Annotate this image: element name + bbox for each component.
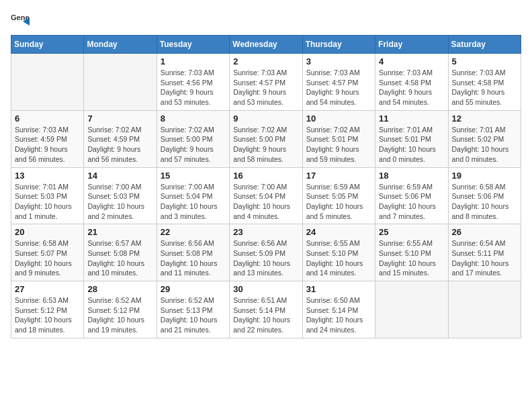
day-info: Sunrise: 6:58 AM Sunset: 5:06 PM Dayligh… — [452, 182, 517, 222]
day-info: Sunrise: 6:52 AM Sunset: 5:13 PM Dayligh… — [161, 295, 226, 335]
calendar-cell: 18Sunrise: 6:59 AM Sunset: 5:06 PM Dayli… — [375, 167, 448, 224]
calendar-cell: 17Sunrise: 6:59 AM Sunset: 5:05 PM Dayli… — [302, 167, 375, 224]
day-info: Sunrise: 7:02 AM Sunset: 5:01 PM Dayligh… — [306, 125, 371, 165]
calendar-cell: 12Sunrise: 7:01 AM Sunset: 5:02 PM Dayli… — [448, 110, 521, 167]
calendar-cell: 26Sunrise: 6:54 AM Sunset: 5:11 PM Dayli… — [448, 224, 521, 281]
day-number: 13 — [15, 171, 80, 181]
day-info: Sunrise: 6:54 AM Sunset: 5:11 PM Dayligh… — [452, 238, 517, 278]
day-number: 1 — [161, 56, 226, 66]
day-number: 18 — [379, 171, 444, 181]
day-info: Sunrise: 7:03 AM Sunset: 4:58 PM Dayligh… — [379, 68, 444, 107]
day-number: 16 — [233, 171, 298, 181]
day-number: 14 — [87, 171, 152, 181]
day-number: 5 — [452, 56, 517, 66]
day-info: Sunrise: 7:02 AM Sunset: 4:59 PM Dayligh… — [87, 125, 152, 165]
day-info: Sunrise: 6:50 AM Sunset: 5:14 PM Dayligh… — [306, 295, 371, 335]
calendar-cell: 25Sunrise: 6:55 AM Sunset: 5:10 PM Dayli… — [375, 224, 448, 281]
day-info: Sunrise: 7:00 AM Sunset: 5:04 PM Dayligh… — [233, 182, 298, 222]
weekday-header-wednesday: Wednesday — [230, 36, 302, 54]
calendar-week-5: 27Sunrise: 6:53 AM Sunset: 5:12 PM Dayli… — [11, 281, 521, 338]
weekday-header-sunday: Sunday — [11, 36, 84, 54]
calendar-cell: 4Sunrise: 7:03 AM Sunset: 4:58 PM Daylig… — [375, 54, 448, 111]
day-info: Sunrise: 7:03 AM Sunset: 4:57 PM Dayligh… — [233, 68, 298, 107]
day-info: Sunrise: 6:57 AM Sunset: 5:08 PM Dayligh… — [87, 238, 152, 278]
calendar-cell: 19Sunrise: 6:58 AM Sunset: 5:06 PM Dayli… — [448, 167, 521, 224]
day-info: Sunrise: 7:02 AM Sunset: 5:00 PM Dayligh… — [233, 125, 298, 165]
calendar-cell: 22Sunrise: 6:56 AM Sunset: 5:08 PM Dayli… — [157, 224, 229, 281]
day-number: 20 — [15, 227, 80, 237]
calendar-cell: 16Sunrise: 7:00 AM Sunset: 5:04 PM Dayli… — [230, 167, 302, 224]
day-info: Sunrise: 6:58 AM Sunset: 5:07 PM Dayligh… — [15, 238, 80, 278]
day-number: 21 — [87, 227, 152, 237]
day-number: 22 — [161, 227, 226, 237]
day-info: Sunrise: 6:55 AM Sunset: 5:10 PM Dayligh… — [379, 238, 444, 278]
day-number: 29 — [161, 284, 226, 294]
day-info: Sunrise: 7:03 AM Sunset: 4:58 PM Dayligh… — [452, 68, 517, 107]
calendar-cell: 20Sunrise: 6:58 AM Sunset: 5:07 PM Dayli… — [11, 224, 84, 281]
calendar-cell — [448, 281, 521, 338]
calendar-cell: 7Sunrise: 7:02 AM Sunset: 4:59 PM Daylig… — [84, 110, 157, 167]
day-number: 31 — [306, 284, 371, 294]
day-number: 17 — [306, 171, 371, 181]
calendar-week-2: 6Sunrise: 7:03 AM Sunset: 4:59 PM Daylig… — [11, 110, 521, 167]
calendar-cell: 6Sunrise: 7:03 AM Sunset: 4:59 PM Daylig… — [11, 110, 84, 167]
calendar-week-3: 13Sunrise: 7:01 AM Sunset: 5:03 PM Dayli… — [11, 167, 521, 224]
calendar-cell: 28Sunrise: 6:52 AM Sunset: 5:12 PM Dayli… — [84, 281, 157, 338]
day-info: Sunrise: 7:03 AM Sunset: 4:59 PM Dayligh… — [15, 125, 80, 165]
day-info: Sunrise: 6:51 AM Sunset: 5:14 PM Dayligh… — [233, 295, 298, 335]
weekday-header-tuesday: Tuesday — [157, 36, 229, 54]
day-number: 30 — [233, 284, 298, 294]
weekday-header-friday: Friday — [375, 36, 448, 54]
day-number: 27 — [15, 284, 80, 294]
day-number: 12 — [452, 113, 517, 124]
day-number: 11 — [379, 113, 444, 124]
logo: General — [11, 11, 32, 30]
day-info: Sunrise: 7:01 AM Sunset: 5:01 PM Dayligh… — [379, 125, 444, 165]
calendar-cell: 3Sunrise: 7:03 AM Sunset: 4:57 PM Daylig… — [302, 54, 375, 111]
calendar-cell: 11Sunrise: 7:01 AM Sunset: 5:01 PM Dayli… — [375, 110, 448, 167]
calendar-cell: 1Sunrise: 7:03 AM Sunset: 4:56 PM Daylig… — [157, 54, 229, 111]
day-number: 26 — [452, 227, 517, 237]
calendar-cell: 23Sunrise: 6:56 AM Sunset: 5:09 PM Dayli… — [230, 224, 302, 281]
weekday-header-saturday: Saturday — [448, 36, 521, 54]
day-number: 28 — [87, 284, 152, 294]
day-info: Sunrise: 6:59 AM Sunset: 5:06 PM Dayligh… — [379, 182, 444, 222]
calendar-cell — [375, 281, 448, 338]
day-number: 7 — [87, 113, 152, 124]
day-number: 8 — [161, 113, 226, 124]
day-info: Sunrise: 6:56 AM Sunset: 5:09 PM Dayligh… — [233, 238, 298, 278]
logo-icon: General — [11, 11, 30, 30]
day-info: Sunrise: 7:03 AM Sunset: 4:57 PM Dayligh… — [306, 68, 371, 107]
calendar-cell: 29Sunrise: 6:52 AM Sunset: 5:13 PM Dayli… — [157, 281, 229, 338]
day-number: 10 — [306, 113, 371, 124]
day-info: Sunrise: 7:01 AM Sunset: 5:03 PM Dayligh… — [15, 182, 80, 222]
day-number: 15 — [161, 171, 226, 181]
calendar-table: SundayMondayTuesdayWednesdayThursdayFrid… — [11, 35, 521, 338]
calendar-cell — [11, 54, 84, 111]
day-info: Sunrise: 7:00 AM Sunset: 5:03 PM Dayligh… — [87, 182, 152, 222]
calendar-body: 1Sunrise: 7:03 AM Sunset: 4:56 PM Daylig… — [11, 54, 521, 338]
weekday-header-thursday: Thursday — [302, 36, 375, 54]
calendar-cell: 13Sunrise: 7:01 AM Sunset: 5:03 PM Dayli… — [11, 167, 84, 224]
calendar-cell: 27Sunrise: 6:53 AM Sunset: 5:12 PM Dayli… — [11, 281, 84, 338]
day-number: 3 — [306, 56, 371, 66]
weekday-header-monday: Monday — [84, 36, 157, 54]
calendar-cell: 31Sunrise: 6:50 AM Sunset: 5:14 PM Dayli… — [302, 281, 375, 338]
day-info: Sunrise: 7:01 AM Sunset: 5:02 PM Dayligh… — [452, 125, 517, 165]
day-info: Sunrise: 7:02 AM Sunset: 5:00 PM Dayligh… — [161, 125, 226, 165]
day-number: 2 — [233, 56, 298, 66]
day-info: Sunrise: 6:53 AM Sunset: 5:12 PM Dayligh… — [15, 295, 80, 335]
calendar-cell: 10Sunrise: 7:02 AM Sunset: 5:01 PM Dayli… — [302, 110, 375, 167]
calendar-cell: 14Sunrise: 7:00 AM Sunset: 5:03 PM Dayli… — [84, 167, 157, 224]
calendar-cell: 8Sunrise: 7:02 AM Sunset: 5:00 PM Daylig… — [157, 110, 229, 167]
page-header: General — [11, 11, 521, 30]
calendar-week-1: 1Sunrise: 7:03 AM Sunset: 4:56 PM Daylig… — [11, 54, 521, 111]
calendar-cell: 21Sunrise: 6:57 AM Sunset: 5:08 PM Dayli… — [84, 224, 157, 281]
calendar-cell: 24Sunrise: 6:55 AM Sunset: 5:10 PM Dayli… — [302, 224, 375, 281]
day-number: 24 — [306, 227, 371, 237]
day-number: 9 — [233, 113, 298, 124]
day-number: 4 — [379, 56, 444, 66]
day-info: Sunrise: 6:55 AM Sunset: 5:10 PM Dayligh… — [306, 238, 371, 278]
day-info: Sunrise: 7:03 AM Sunset: 4:56 PM Dayligh… — [161, 68, 226, 107]
calendar-cell: 5Sunrise: 7:03 AM Sunset: 4:58 PM Daylig… — [448, 54, 521, 111]
